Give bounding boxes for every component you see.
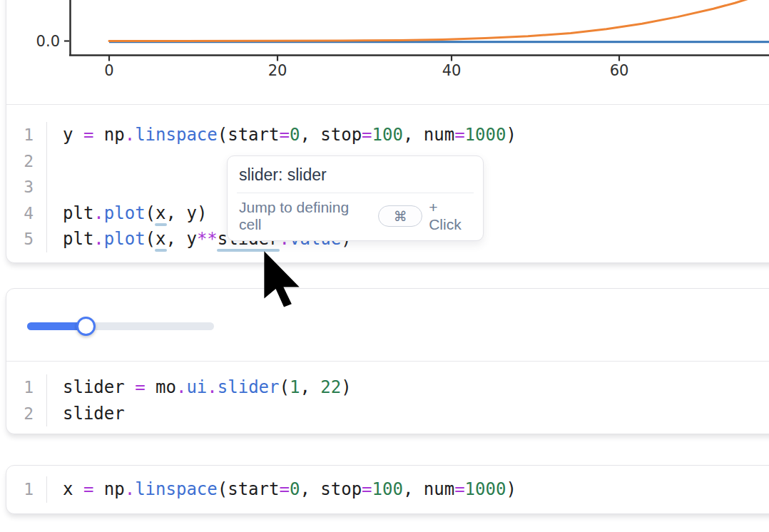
code-token: =	[279, 125, 289, 145]
tooltip-shortcut-suffix: + Click	[429, 199, 473, 233]
code-token: plot	[104, 229, 146, 249]
variable-tooltip: slider: slider Jump to defining cell ⌘ +…	[227, 155, 484, 241]
line-number: 3	[6, 174, 47, 200]
code-token: =	[454, 479, 464, 499]
code-token	[73, 125, 83, 145]
code-token: slider	[63, 377, 125, 397]
code-token: .	[125, 125, 135, 145]
code-token: ,	[300, 479, 320, 499]
mouse-cursor-icon	[263, 250, 302, 310]
code-token: (	[146, 229, 156, 249]
line-number: 1	[6, 476, 47, 503]
code-token: linspace	[135, 125, 218, 145]
code-token: x	[156, 229, 165, 249]
code-token: =	[83, 125, 93, 145]
code-token: )	[341, 377, 351, 397]
line-number: 1	[6, 122, 47, 148]
code-token: =	[83, 479, 93, 499]
code-token: (	[218, 125, 228, 145]
code-token: y	[186, 229, 196, 249]
code-token: .	[207, 377, 217, 397]
code-token: stop	[320, 479, 362, 499]
code-line[interactable]: 2slider	[6, 401, 763, 427]
code-token: plt	[63, 229, 93, 249]
code-line[interactable]: 1y = np.linspace(start=0, stop=100, num=…	[6, 122, 763, 148]
code-token: x	[156, 203, 165, 223]
code-token	[93, 125, 103, 145]
code-token: =	[279, 479, 289, 499]
code-token: y	[63, 125, 73, 145]
code-text[interactable]: slider	[47, 404, 125, 424]
tooltip-action-row: Jump to defining cell ⌘ + Click	[228, 193, 483, 240]
code-token: plot	[104, 203, 146, 223]
code-token	[125, 377, 135, 397]
code-token: 100	[372, 479, 403, 499]
code-token: ,	[166, 203, 187, 223]
code-line[interactable]: 1slider = mo.ui.slider(1, 22)	[6, 374, 763, 401]
code-token	[73, 479, 83, 499]
code-token: (	[279, 377, 289, 397]
line-number: 2	[6, 148, 47, 175]
command-key-badge: ⌘	[378, 205, 422, 227]
code-token: slider	[63, 404, 125, 424]
code-token: ,	[300, 377, 320, 397]
code-token: start	[228, 479, 279, 499]
code-token: ,	[166, 229, 187, 249]
code-token: num	[424, 125, 454, 145]
code-token: np	[104, 125, 125, 145]
code-token: slider	[218, 377, 280, 397]
code-token: =	[362, 479, 372, 499]
line-number: 4	[6, 200, 47, 227]
code-editor-x-cell[interactable]: 1x = np.linspace(start=0, stop=100, num=…	[6, 476, 763, 503]
code-token: )	[506, 479, 516, 499]
cell-output-divider	[6, 361, 769, 362]
tooltip-action-label: Jump to defining cell	[239, 199, 372, 233]
code-token: 1000	[465, 479, 506, 499]
code-text[interactable]: slider = mo.ui.slider(1, 22)	[47, 377, 352, 397]
code-token: .	[125, 479, 135, 499]
line-number: 2	[6, 401, 47, 427]
code-token: .	[93, 203, 103, 223]
code-token: ,	[403, 125, 424, 145]
code-token: 22	[320, 377, 341, 397]
code-token: plt	[63, 203, 93, 223]
code-token: (	[218, 479, 228, 499]
code-token: ,	[300, 125, 320, 145]
slider-handle[interactable]	[76, 317, 96, 336]
code-text[interactable]: x = np.linspace(start=0, stop=100, num=1…	[47, 479, 516, 499]
code-token: 0	[290, 125, 300, 145]
code-token: .	[93, 229, 103, 249]
code-token: 0	[290, 479, 300, 499]
code-token: =	[135, 377, 145, 397]
code-editor-slider-cell[interactable]: 1slider = mo.ui.slider(1, 22)2slider	[6, 374, 763, 426]
code-token	[93, 479, 103, 499]
code-token: )	[197, 203, 207, 223]
code-token: stop	[320, 125, 362, 145]
code-token: (	[146, 203, 156, 223]
code-token: x	[63, 479, 73, 499]
code-token: mo	[156, 377, 176, 397]
cell-output-divider	[6, 104, 769, 105]
code-token: )	[506, 125, 516, 145]
code-token: 1	[290, 377, 300, 397]
code-text[interactable]: plt.plot(x, y)	[47, 203, 207, 223]
code-token: linspace	[135, 479, 218, 499]
code-token: num	[424, 479, 454, 499]
code-token: 1000	[465, 125, 506, 145]
code-token: np	[104, 479, 125, 499]
code-text[interactable]: y = np.linspace(start=0, stop=100, num=1…	[47, 125, 516, 145]
code-token: start	[228, 125, 279, 145]
code-token: =	[454, 125, 464, 145]
code-token: **	[197, 229, 218, 249]
code-token: ,	[403, 479, 424, 499]
line-number: 1	[6, 374, 47, 401]
code-line[interactable]: 1x = np.linspace(start=0, stop=100, num=…	[6, 476, 763, 503]
slider-track[interactable]	[27, 322, 214, 330]
code-token	[146, 377, 156, 397]
code-token: 100	[372, 125, 403, 145]
tooltip-title: slider: slider	[228, 156, 483, 193]
code-token: ui	[186, 377, 207, 397]
marimo-notebook: 0.0 0 20 40 60 1y = np.linspace(start=0,…	[0, 0, 769, 532]
code-token: y	[186, 203, 196, 223]
line-number: 5	[6, 226, 47, 252]
